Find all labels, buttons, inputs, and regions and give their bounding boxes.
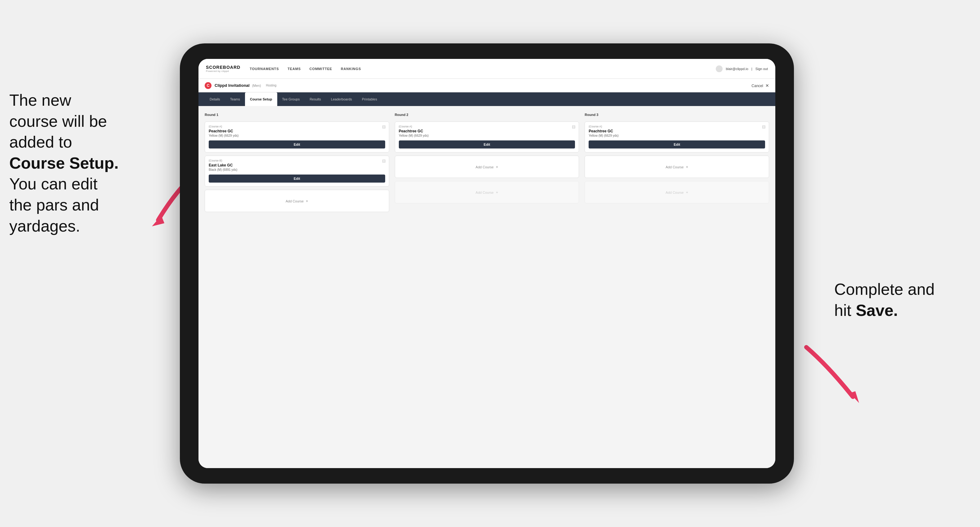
round3-add-course-label: Add Course + (665, 165, 688, 169)
tab-results[interactable]: Results (305, 92, 326, 106)
tab-leaderboards[interactable]: Leaderboards (326, 92, 357, 106)
hosting-badge: Hosting (266, 84, 276, 87)
round2-add-course-disabled: Add Course + (395, 181, 579, 203)
round1-course-a-edit-button[interactable]: Edit (209, 140, 385, 149)
tablet-frame: SCOREBOARD Powered by clippd TOURNAMENTS… (180, 43, 794, 484)
svg-marker-1 (850, 391, 859, 403)
tab-printables[interactable]: Printables (357, 92, 382, 106)
nav-links: TOURNAMENTS TEAMS COMMITTEE RANKINGS (250, 66, 716, 72)
round3-course-a-edit-button[interactable]: Edit (589, 140, 765, 149)
round1-add-course-label: Add Course + (286, 199, 308, 203)
sub-nav: C Clippd Invitational (Men) Hosting Canc… (199, 79, 775, 92)
logo-scoreboard: SCOREBOARD (206, 65, 240, 70)
user-email: blair@clippd.io (726, 67, 748, 71)
annotation-left: The new course will be added to Course S… (9, 90, 158, 237)
round2-course-a-delete-icon[interactable]: ⊟ (572, 124, 576, 129)
annotation-line5: the pars and (9, 196, 99, 214)
tournament-logo: C (205, 82, 212, 89)
separator: | (751, 67, 752, 71)
annotation-line4: You can edit (9, 175, 97, 193)
round1-course-b-details: Black (M) (6891 yds) (209, 168, 385, 171)
main-content: Round 1 ⊟ (Course A) Peachtree GC Yellow… (199, 106, 775, 468)
nav-teams[interactable]: TEAMS (288, 66, 301, 72)
tournament-name: Clippd Invitational (215, 83, 250, 88)
nav-committee[interactable]: COMMITTEE (310, 66, 332, 72)
round-2-label: Round 2 (395, 113, 579, 117)
cancel-button[interactable]: Cancel ✕ (751, 83, 769, 88)
round2-add-course-button[interactable]: Add Course + (395, 156, 579, 178)
tab-bar: Details Teams Course Setup Tee Groups Re… (199, 92, 775, 106)
round1-course-b-delete-icon[interactable]: ⊟ (382, 159, 386, 163)
round1-course-b-name: East Lake GC (209, 163, 385, 167)
rounds-grid: Round 1 ⊟ (Course A) Peachtree GC Yellow… (205, 113, 769, 212)
round1-course-b-tag: (Course B) (209, 159, 385, 162)
round2-course-a-details: Yellow (M) (6629 yds) (399, 134, 575, 137)
annotation-line2: course will be (9, 112, 107, 130)
round3-add-course-button[interactable]: Add Course + (585, 156, 769, 178)
round1-course-a-delete-icon[interactable]: ⊟ (382, 124, 386, 129)
round2-course-a-edit-button[interactable]: Edit (399, 140, 575, 149)
round3-course-a-details: Yellow (M) (6629 yds) (589, 134, 765, 137)
round1-course-a-tag: (Course A) (209, 125, 385, 128)
tablet-screen: SCOREBOARD Powered by clippd TOURNAMENTS… (199, 59, 775, 468)
annotation-right: Complete and hit Save. (834, 279, 964, 321)
tab-details[interactable]: Details (205, 92, 225, 106)
round1-course-a-name: Peachtree GC (209, 129, 385, 133)
annotation-line6: yardages. (9, 217, 80, 235)
top-nav: SCOREBOARD Powered by clippd TOURNAMENTS… (199, 59, 775, 79)
tab-teams[interactable]: Teams (225, 92, 245, 106)
logo-sub: Powered by clippd (206, 70, 240, 73)
round2-course-a-name: Peachtree GC (399, 129, 575, 133)
annotation-arrow-right (791, 341, 878, 409)
user-avatar (716, 65, 722, 72)
round3-course-a-tag: (Course A) (589, 125, 765, 128)
tab-course-setup[interactable]: Course Setup (245, 92, 277, 106)
round-2-column: Round 2 ⊟ (Course A) Peachtree GC Yellow… (395, 113, 579, 212)
round2-add-course-disabled-label: Add Course + (476, 190, 498, 195)
round3-course-a-delete-icon[interactable]: ⊟ (762, 124, 766, 129)
round1-course-b-card: ⊟ (Course B) East Lake GC Black (M) (689… (205, 156, 389, 187)
round2-add-course-label: Add Course + (476, 165, 498, 169)
round3-add-course-disabled: Add Course + (585, 181, 769, 203)
annotation-line3: added to (9, 133, 72, 151)
annotation-bold: Course Setup. (9, 154, 119, 172)
sign-out-link[interactable]: Sign out (756, 67, 768, 71)
round1-course-a-details: Yellow (M) (6629 yds) (209, 134, 385, 137)
round3-course-a-card: ⊟ (Course A) Peachtree GC Yellow (M) (66… (585, 122, 769, 152)
annotation-right-line1: Complete and (834, 280, 935, 298)
round2-course-a-card: ⊟ (Course A) Peachtree GC Yellow (M) (66… (395, 122, 579, 152)
nav-rankings[interactable]: RANKINGS (341, 66, 361, 72)
round-3-label: Round 3 (585, 113, 769, 117)
round3-course-a-name: Peachtree GC (589, 129, 765, 133)
annotation-line1: The new (9, 91, 71, 109)
round2-course-a-tag: (Course A) (399, 125, 575, 128)
round1-add-course-button[interactable]: Add Course + (205, 190, 389, 212)
round1-course-b-edit-button[interactable]: Edit (209, 175, 385, 183)
tournament-gender: (Men) (252, 84, 261, 87)
tab-tee-groups[interactable]: Tee Groups (277, 92, 305, 106)
round1-course-a-card: ⊟ (Course A) Peachtree GC Yellow (M) (66… (205, 122, 389, 152)
annotation-right-bold: Save. (856, 301, 898, 319)
round3-add-course-disabled-label: Add Course + (665, 190, 688, 195)
nav-tournaments[interactable]: TOURNAMENTS (250, 66, 279, 72)
round-3-column: Round 3 ⊟ (Course A) Peachtree GC Yellow… (585, 113, 769, 212)
annotation-right-line2: hit (834, 301, 856, 319)
round-1-column: Round 1 ⊟ (Course A) Peachtree GC Yellow… (205, 113, 389, 212)
nav-right: blair@clippd.io | Sign out (716, 65, 768, 72)
round-1-label: Round 1 (205, 113, 389, 117)
logo-area: SCOREBOARD Powered by clippd (206, 65, 240, 73)
